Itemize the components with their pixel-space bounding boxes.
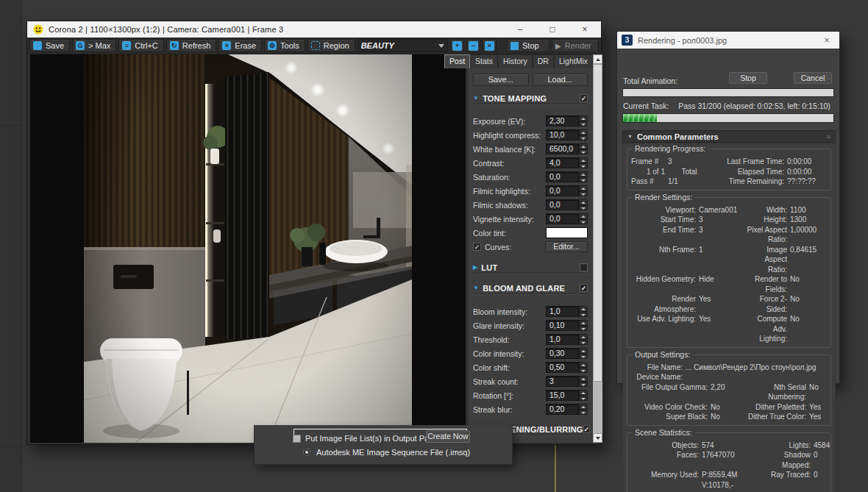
sharpening-checkbox[interactable]: ✓	[583, 425, 591, 433]
param-value[interactable]: 0,0	[546, 185, 579, 196]
bloom-checkbox[interactable]: ✓	[580, 284, 588, 292]
spinner-icon[interactable]	[579, 306, 588, 317]
common-parameters-header[interactable]: ▼ Common Parameters ≡	[622, 130, 836, 143]
collapse-arrow-icon: ▼	[473, 95, 479, 101]
param-spinner-field[interactable]: 6500,0	[546, 143, 588, 154]
tab-history[interactable]: History	[498, 54, 533, 68]
scroll-up-icon[interactable]	[593, 54, 602, 64]
image-file-list-checkbox[interactable]	[293, 435, 301, 443]
param-value[interactable]: 4,0	[546, 157, 579, 168]
spinner-icon[interactable]	[579, 129, 588, 140]
refresh-icon: ↻	[170, 41, 179, 50]
spinner-icon[interactable]	[579, 143, 588, 154]
param-spinner-field[interactable]: 0,10	[546, 320, 588, 331]
dialog-cancel-button[interactable]: Cancel	[794, 72, 832, 84]
color-tint-swatch[interactable]	[546, 227, 588, 238]
sequence-file-radio[interactable]	[303, 449, 310, 456]
param-value[interactable]: 0,20	[546, 404, 579, 415]
erase-button[interactable]: × Erase	[218, 39, 262, 52]
lut-header[interactable]: ▶ LUT .	[473, 262, 588, 274]
bloom-header[interactable]: ▼ BLOOM AND GLARE ✓	[473, 282, 588, 294]
param-spinner-field[interactable]: 3	[546, 376, 588, 387]
param-spinner-field[interactable]: 0,30	[546, 348, 588, 359]
spinner-icon[interactable]	[579, 334, 588, 345]
render-element-combo[interactable]: BEAUTY	[357, 39, 448, 52]
render-button[interactable]: ▶ Render	[552, 39, 599, 52]
render-canvas[interactable]	[30, 54, 466, 443]
param-value[interactable]: 0,50	[546, 362, 579, 373]
param-spinner-field[interactable]: 1,0	[546, 334, 588, 345]
scroll-down-icon[interactable]	[593, 433, 602, 443]
zoom-out-button[interactable]: −	[466, 39, 480, 52]
stop-button[interactable]: Stop	[507, 39, 549, 52]
curves-editor-button[interactable]: Editor...	[545, 241, 588, 252]
curves-checkbox[interactable]: ✓	[473, 243, 481, 251]
param-spinner-field[interactable]: 0,50	[546, 362, 588, 373]
param-value[interactable]: 0,0	[546, 199, 579, 210]
tab-stats[interactable]: Stats	[470, 54, 498, 68]
tone-mapping-header[interactable]: ▼ TONE MAPPING ✓	[473, 93, 588, 104]
minimize-icon[interactable]: –	[504, 21, 536, 38]
param-value[interactable]: 15,0	[546, 390, 579, 401]
spinner-icon[interactable]	[579, 320, 588, 331]
param-value[interactable]: 3	[546, 376, 579, 387]
stat-value: P:8559,4M V:10178,-	[699, 470, 762, 490]
create-now-button[interactable]: Create Now	[426, 430, 470, 443]
tab-dr[interactable]: DR	[533, 54, 554, 68]
param-value[interactable]: 0,0	[546, 213, 579, 224]
spinner-icon[interactable]	[579, 404, 588, 415]
spinner-icon[interactable]	[579, 213, 588, 224]
param-value[interactable]: 0,10	[546, 320, 579, 331]
time-remaining-value: ??:??:??	[784, 177, 827, 187]
param-spinner-field[interactable]: 2,30	[546, 115, 588, 126]
param-value[interactable]: 1,0	[546, 334, 579, 345]
panel-scrollbar[interactable]	[593, 54, 602, 443]
send-to-max-button[interactable]: G > Max	[72, 39, 116, 52]
param-value[interactable]: 2,30	[546, 115, 579, 126]
close-icon[interactable]: ×	[814, 35, 839, 46]
zoom-fit-button[interactable]: ×	[483, 39, 497, 52]
refresh-button[interactable]: ↻ Refresh	[166, 39, 217, 52]
spinner-icon[interactable]	[579, 390, 588, 401]
spinner-icon[interactable]	[579, 171, 588, 182]
tab-lightmix[interactable]: LightMix	[554, 54, 593, 68]
spinner-icon[interactable]	[579, 115, 588, 126]
param-value[interactable]: 0,30	[546, 348, 579, 359]
region-button[interactable]: Region	[307, 39, 355, 52]
param-value[interactable]: 10,0	[546, 129, 579, 140]
param-spinner-field[interactable]: 10,0	[546, 129, 588, 140]
param-value[interactable]: 6500,0	[546, 143, 579, 154]
param-spinner-field[interactable]: 0,0	[546, 213, 588, 224]
spinner-icon[interactable]	[579, 157, 588, 168]
tools-button[interactable]: ⚙ Tools	[264, 39, 305, 52]
rendering-dialog-title-bar[interactable]: 3 Rendering - рол0003.jpg ×	[617, 32, 839, 49]
spinner-icon[interactable]	[579, 199, 588, 210]
spinner-icon[interactable]	[579, 348, 588, 359]
param-spinner-field[interactable]: 0,0	[546, 199, 588, 210]
param-value[interactable]: 0,0	[546, 171, 579, 182]
param-spinner-field[interactable]: 1,0	[546, 306, 588, 317]
group-title: Output Settings:	[633, 350, 692, 359]
tone-mapping-checkbox[interactable]: ✓	[580, 94, 588, 102]
spinner-icon[interactable]	[579, 185, 588, 196]
save-settings-button[interactable]: Save...	[473, 74, 529, 86]
save-button[interactable]: Save	[29, 39, 70, 52]
close-icon[interactable]: ×	[569, 21, 601, 38]
scrollbar-thumb[interactable]	[593, 64, 602, 382]
zoom-in-button[interactable]: +	[450, 39, 464, 52]
param-spinner-field[interactable]: 0,0	[546, 185, 588, 196]
param-spinner-field[interactable]: 0,20	[546, 404, 588, 415]
param-spinner-field[interactable]: 15,0	[546, 390, 588, 401]
param-spinner-field[interactable]: 0,0	[546, 171, 588, 182]
spinner-icon[interactable]	[579, 362, 588, 373]
tab-post[interactable]: Post	[444, 54, 470, 68]
vfb-title-bar[interactable]: Corona 2 | 1100×1300px (1:2) | Camera: C…	[27, 21, 601, 38]
param-value[interactable]: 1,0	[546, 306, 579, 317]
lut-checkbox[interactable]: .	[580, 263, 588, 271]
copy-button[interactable]: ≡ Ctrl+C	[118, 39, 163, 52]
dialog-stop-button[interactable]: Stop	[729, 72, 767, 84]
spinner-icon[interactable]	[579, 376, 588, 387]
load-settings-button[interactable]: Load...	[533, 74, 588, 86]
param-spinner-field[interactable]: 4,0	[546, 157, 588, 168]
maximize-icon[interactable]: □	[536, 21, 569, 38]
